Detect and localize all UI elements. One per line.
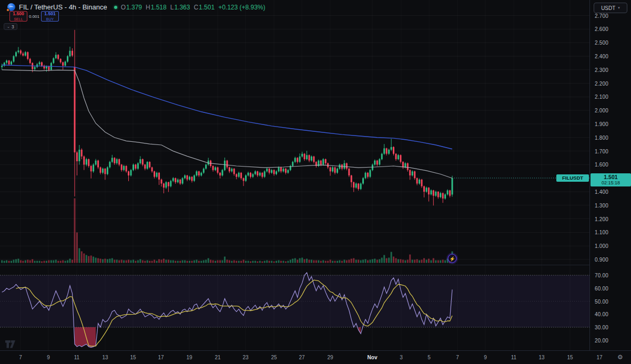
time-axis-label: 5 [428, 355, 431, 360]
time-axis-label: 3 [400, 355, 403, 360]
price-axis-label: 2.100 [595, 94, 608, 100]
svg-text:⚡: ⚡ [449, 256, 455, 262]
ohlc-item: H1.518 [146, 4, 167, 11]
time-axis-label: Nov [368, 355, 378, 360]
price-axis-label: 2.700 [595, 13, 608, 19]
indicators-count: 3 [12, 24, 14, 29]
time-axis-label: 13 [538, 355, 544, 360]
svg-text:FILUSDT: FILUSDT [562, 175, 583, 181]
gear-icon[interactable]: ⚙ [617, 353, 623, 361]
price-axis-label: 1.900 [595, 121, 608, 127]
time-axis-label: 7 [19, 355, 22, 360]
rsi-axis-label: 40.00 [595, 311, 608, 317]
current-price-badge: 1.501 02:15:18 [591, 173, 631, 186]
time-axis-label: 19 [186, 355, 192, 360]
ohlc-item: C1.501 [194, 4, 215, 11]
price-axis-label: 1.000 [595, 243, 608, 249]
time-axis-label: 7 [456, 355, 459, 360]
price-axis-label: 1.700 [595, 149, 608, 154]
price-axis-label: 2.500 [595, 40, 608, 46]
buy-price: 1.501 [44, 12, 55, 16]
time-axis-label: 15 [130, 355, 136, 360]
trade-widget: 1.500 SELL 0.001 1.501 BUY [9, 11, 59, 22]
ohlc-item: L1.363 [170, 4, 190, 11]
buy-label: BUY [46, 17, 54, 21]
tradingview-logo-icon [5, 340, 16, 350]
price-axis-label: 2.600 [595, 26, 608, 32]
indicators-collapse-chip[interactable]: ⌄ 3 [4, 23, 17, 30]
symbol-price-tag: FILUSDT [556, 174, 589, 182]
time-axis-label: 21 [215, 355, 220, 360]
price-axis-label: 1.100 [595, 230, 608, 235]
rsi-axis-label: 60.00 [595, 286, 608, 292]
price-axis-label: 1.800 [595, 135, 608, 141]
price-axis-label: 2.400 [595, 54, 608, 59]
time-axis-label: 11 [74, 355, 79, 360]
rsi-axis-label: 20.00 [595, 338, 608, 344]
price-axis-label: 1.200 [595, 216, 608, 222]
time-axis-label: 9 [484, 355, 487, 360]
rsi-axis-label: 70.00 [595, 273, 608, 278]
price-axis-label: 1.400 [595, 189, 608, 195]
trading-chart-app: ⚡FILUSDT FIL / TetherUS - 4h - Binance O… [0, 0, 631, 364]
chevron-down-icon: ▾ [618, 6, 620, 10]
main-chart[interactable]: ⚡FILUSDT [0, 0, 589, 350]
buy-button[interactable]: 1.501 BUY [41, 11, 59, 22]
time-axis-label: 9 [47, 355, 50, 360]
symbol-title[interactable]: FIL / TetherUS - 4h - Binance [19, 3, 107, 11]
rsi-axis-label: 30.00 [595, 325, 608, 330]
price-axis-label: 0.900 [595, 257, 608, 263]
time-axis-label: 27 [299, 355, 304, 360]
price-axis-label: 2.300 [595, 67, 608, 73]
symbol-logo-icon [7, 3, 15, 11]
time-axis-label: 25 [271, 355, 277, 360]
time-axis-label: 13 [102, 355, 108, 360]
sell-price: 1.500 [13, 12, 24, 16]
price-change: +0.123 (+8.93%) [218, 4, 265, 11]
time-axis-label: 15 [567, 355, 573, 360]
price-axis-label: 1.300 [595, 203, 608, 209]
current-price-value: 1.501 [591, 174, 631, 180]
price-axis-label: 1.600 [595, 162, 608, 168]
rsi-axis-label: 50.00 [595, 299, 608, 305]
currency-selector-button[interactable]: USDT ▾ [594, 3, 627, 13]
ohlc-readout: O1.379H1.518L1.363C1.501 [121, 4, 215, 11]
market-status-icon [114, 6, 117, 9]
sell-button[interactable]: 1.500 SELL [9, 11, 27, 22]
time-axis[interactable]: 7911131517192123252729Nov357911131517 ⚙ [0, 350, 631, 364]
spread-value: 0.001 [27, 14, 41, 19]
bar-countdown: 02:15:18 [591, 180, 631, 185]
time-axis-label: 17 [158, 355, 164, 360]
time-axis-label: 23 [242, 355, 248, 360]
price-axis-label: 2.200 [595, 81, 608, 87]
chart-header: FIL / TetherUS - 4h - Binance O1.379H1.5… [7, 3, 266, 11]
ohlc-item: O1.379 [121, 4, 142, 11]
price-axis[interactable]: USDT ▾ 2.7002.6002.5002.4002.3002.2002.1… [589, 0, 631, 350]
price-axis-label: 2.000 [595, 108, 608, 113]
chevron-down-icon: ⌄ [7, 25, 10, 29]
time-axis-label: 11 [511, 355, 516, 360]
time-axis-label: 29 [327, 355, 333, 360]
currency-label: USDT [601, 5, 615, 11]
time-axis-label: 17 [596, 355, 602, 360]
sell-label: SELL [14, 17, 23, 21]
